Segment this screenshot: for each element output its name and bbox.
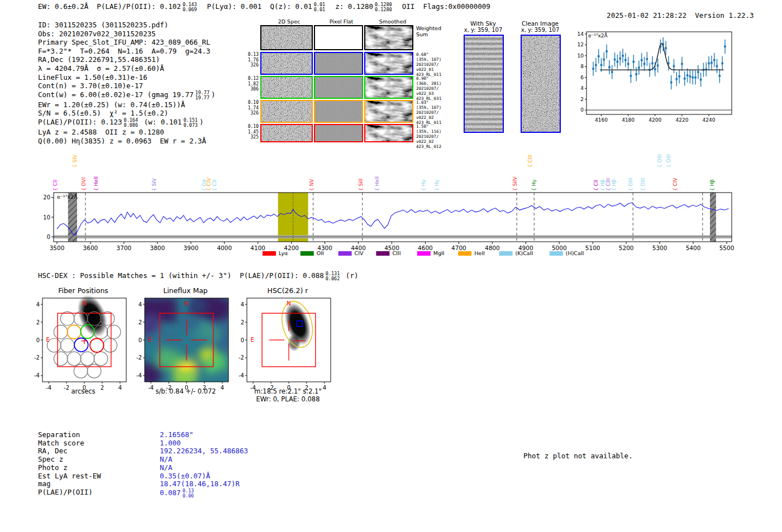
elixer-report-page: EW: 0.6±0.2Å P(LAE)/P(OII): 0.1020.1430.… xyxy=(0,0,782,532)
spec2d-row: 0.101.453251.50"(359, 116)20210207/v022_… xyxy=(260,124,441,142)
stacked-uncertainty: 0.1430.069 xyxy=(183,2,197,12)
spec2d-row: 0.101.743261.03"(359, 107)20210207/v022_… xyxy=(260,100,441,123)
stacked-uncertainty: 0.1310.062 xyxy=(326,271,340,281)
info-line: EWr = 1.20(±0.25) (w: 0.74(±0.15))Å xyxy=(38,100,216,109)
svg-text:4000: 4000 xyxy=(217,245,232,251)
spec2d-row: 0.121.823060.90"(360, 281)20210207/v022_… xyxy=(260,76,441,99)
spec2d-cell xyxy=(364,76,413,99)
svg-text:2: 2 xyxy=(139,319,142,325)
legend-label: OII xyxy=(317,250,324,256)
match-row-value: N/A xyxy=(160,456,248,464)
svg-text:4: 4 xyxy=(139,301,142,308)
info-line: LyA z = 2.4588 OII z = 0.1280 xyxy=(38,128,216,137)
match-row-label: Photo z xyxy=(38,464,160,472)
legend-swatch xyxy=(338,251,352,256)
spec2d-row-right-labels: 0.90"(360, 281)20210207/v022_03423_RL_03… xyxy=(414,76,441,99)
svg-text:2: 2 xyxy=(36,319,40,325)
spec2d-row: WeightedSum xyxy=(260,25,441,50)
east-label: E xyxy=(148,337,151,343)
spec2d-cell xyxy=(364,52,413,75)
photz-note: Phot z plot not available. xyxy=(523,452,633,460)
lineflux-map-xlabel: s/b: 0.84 +/- 0.072 xyxy=(137,387,235,395)
svg-text:0: 0 xyxy=(36,337,40,343)
svg-text:3700: 3700 xyxy=(117,245,132,251)
detection-info-block: ID: 3011520235 (3011520235.pdf)Obs: 2021… xyxy=(38,21,216,145)
svg-text:-2: -2 xyxy=(34,354,40,361)
svg-text:0: 0 xyxy=(139,337,142,343)
spec2d-cell xyxy=(260,100,313,123)
svg-text:5400: 5400 xyxy=(686,245,701,251)
info-line: P(LAE)/P(OII): 0.1230.1640.086 (w: 0.101… xyxy=(38,118,216,128)
spectral-line-label: { SiII xyxy=(358,179,364,191)
svg-text:4240: 4240 xyxy=(703,117,716,123)
spectral-line-label: { Hγ xyxy=(421,179,426,191)
spec2d-row: 0.131.763260.68"(359, 107)20210207/v022_… xyxy=(260,52,441,75)
info-line: S/N = 6.5(±0.5) χ² = 1.5(±0.2) xyxy=(38,109,216,118)
spectral-line-label: { OIII xyxy=(666,154,671,167)
svg-text:5000: 5000 xyxy=(552,245,567,251)
svg-text:20: 20 xyxy=(43,194,50,200)
spectral-line-label: { CII xyxy=(53,180,58,191)
svg-text:0: 0 xyxy=(241,337,244,343)
svg-text:3900: 3900 xyxy=(183,245,198,251)
report-datetime: 2025-01-02 21:28:22 xyxy=(607,11,686,20)
legend-label: (H)CaII xyxy=(566,250,584,256)
svg-text:5300: 5300 xyxy=(652,245,667,251)
svg-text:4700: 4700 xyxy=(451,245,466,251)
svg-text:3500: 3500 xyxy=(50,245,65,251)
legend-label: CIV xyxy=(355,250,364,256)
fiber-positions-title: Fiber Positions xyxy=(41,286,125,295)
match-row-label: Match score xyxy=(38,439,160,448)
match-row-value: 0.0870.130.06 xyxy=(160,488,248,499)
spectral-line-label: { SiV xyxy=(72,154,78,167)
hsc-xlabel: m:18.5 re:2.1" s:2.1" xyxy=(239,387,337,395)
match-row-label: Separation xyxy=(38,431,160,439)
info-line: Cont(n) = 3.70(±0.10)e-17 xyxy=(38,82,216,90)
spectral-line-label: { CII xyxy=(593,180,599,191)
svg-text:12: 12 xyxy=(578,42,584,47)
spec2d-cell xyxy=(364,124,413,142)
stacked-uncertainty: 0.130.06 xyxy=(183,488,194,499)
spec2d-row-right-labels: 0.68"(359, 107)20210207/v022_01423_RL_01… xyxy=(414,52,441,75)
info-line: RA,Dec (192.226791,55.486351) xyxy=(38,55,216,64)
east-label: E xyxy=(250,337,254,343)
with-sky-image xyxy=(464,35,504,133)
spectral-line-label: { CIII xyxy=(527,155,533,167)
legend-label: MgII xyxy=(433,250,445,256)
svg-text:-2: -2 xyxy=(239,354,244,361)
spec2d-cell xyxy=(314,25,363,50)
full-spectrum-plot: 0102035003600370038003900400041004200430… xyxy=(0,154,782,260)
info-line: F=*3.2"* T=0.264 N=1.16 A=0.79 g=24.3 xyxy=(38,47,216,56)
spectral-line-label: { Hβ xyxy=(709,179,715,191)
spectral-line-label: { CIII xyxy=(605,178,611,191)
legend-swatch xyxy=(550,251,563,256)
legend-label: Lyα xyxy=(279,250,288,256)
spec2d-header-pixelflat: Pixel Flat xyxy=(316,18,366,25)
legend-swatch xyxy=(499,251,513,256)
spec2d-row-right-labels: 1.03"(359, 107)20210207/v022_02423_RL_01… xyxy=(414,100,441,123)
spectral-line-label: { OIII xyxy=(628,178,633,191)
hsc-xlabel2: EWr: 0, PLAE: 0.088 xyxy=(239,395,337,403)
spectral-line-label: { OVI xyxy=(81,178,87,191)
svg-text:4: 4 xyxy=(241,301,244,308)
svg-text:8: 8 xyxy=(580,64,584,69)
spec2d-cell xyxy=(260,124,313,142)
svg-text:4180: 4180 xyxy=(622,117,635,123)
legend-swatch xyxy=(263,251,276,256)
spec2d-cell xyxy=(364,25,413,50)
stacked-uncertainty: 0.12800.1280 xyxy=(375,2,392,12)
spec2d-cell xyxy=(314,52,363,75)
svg-text:4100: 4100 xyxy=(250,245,265,251)
match-table: Separation2.16568"Match score1.000RA, De… xyxy=(38,431,248,499)
svg-text:-4: -4 xyxy=(34,372,40,378)
match-row-value: 18.47(18.46,18.47)R xyxy=(160,480,248,488)
spec2d-cell xyxy=(314,76,363,99)
spec2d-row-left-labels: 0.121.82306 xyxy=(245,76,260,92)
info-line: ID: 3011520235 (3011520235.pdf) xyxy=(38,21,216,30)
match-row-value: 0.35(±0.07)Å xyxy=(160,472,248,481)
svg-text:2: 2 xyxy=(241,319,244,325)
svg-text:2: 2 xyxy=(580,97,584,102)
info-line: λ = 4204.79Å σ = 2.57(±0.60)Å xyxy=(38,64,216,73)
legend-label: (K)CaII xyxy=(516,250,533,256)
legend-label: CIII xyxy=(392,250,400,256)
